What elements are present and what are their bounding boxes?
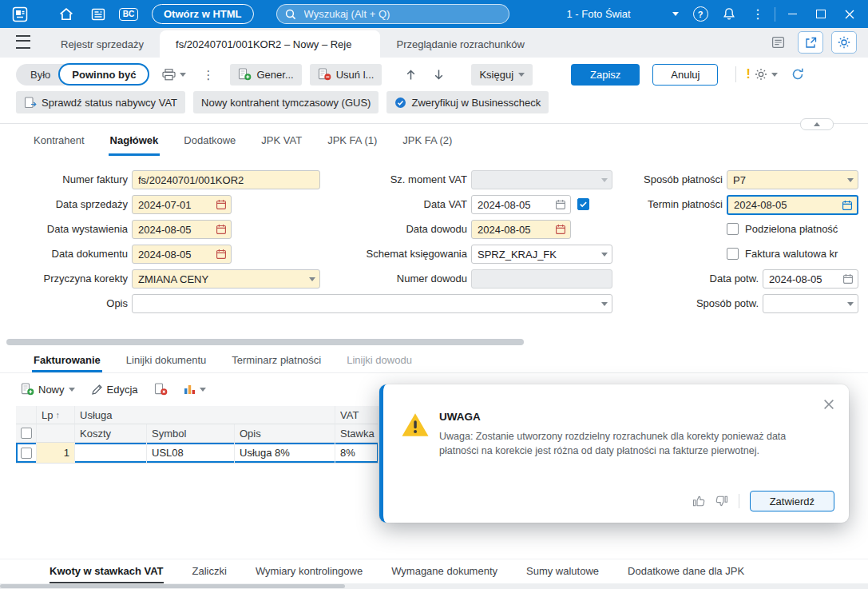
horizontal-scrollbar[interactable] — [6, 339, 524, 345]
search-input[interactable] — [303, 7, 501, 21]
calendar-icon[interactable] — [555, 199, 566, 210]
calendar-icon[interactable] — [216, 249, 227, 260]
zatwierdz-button[interactable]: Zatwierdź — [750, 491, 834, 511]
toolbar-overflow-icon[interactable]: ⋮ — [202, 69, 214, 81]
column-group-vat[interactable]: VAT — [335, 406, 379, 424]
zapisz-button[interactable]: Zapisz — [571, 64, 640, 86]
data-wystawienia-field[interactable] — [132, 220, 232, 239]
news-icon[interactable] — [86, 2, 110, 26]
warnings-settings-button[interactable]: ! — [746, 68, 777, 81]
tab-jpk-fa-2[interactable]: JPK FA (2) — [401, 126, 454, 156]
company-selector[interactable]: 1 - Foto Świat — [567, 8, 679, 20]
column-header-koszty[interactable]: Koszty — [75, 424, 147, 443]
panel-list-icon[interactable] — [766, 30, 790, 54]
tab-sumy-walutowe[interactable]: Sumy walutowe — [526, 559, 599, 584]
bottom-scrollbar-track[interactable] — [0, 583, 868, 589]
tab-kwoty-w-stawkach-vat[interactable]: Kwoty w stawkach VAT — [50, 559, 164, 584]
sposob-potw-dropdown[interactable] — [763, 294, 858, 313]
calendar-icon[interactable] — [216, 224, 227, 235]
thumbs-down-button[interactable] — [715, 495, 728, 507]
column-header-stawka[interactable]: Stawka — [335, 424, 379, 443]
tab-naglowek[interactable]: Nagłówek — [109, 126, 161, 156]
calendar-icon[interactable] — [555, 224, 566, 235]
tab-linijki-dokumentu[interactable]: Linijki dokumentu — [125, 349, 208, 372]
notifications-bell-icon[interactable] — [717, 2, 741, 26]
calendar-icon[interactable] — [216, 199, 227, 210]
bc-app-icon[interactable]: BC — [117, 2, 141, 26]
home-icon[interactable] — [54, 2, 78, 26]
window-maximize-button[interactable] — [809, 2, 833, 26]
print-button[interactable] — [162, 69, 186, 81]
tab-fakturowanie[interactable]: Fakturowanie — [32, 349, 102, 372]
global-search[interactable] — [276, 4, 509, 24]
more-menu-icon[interactable]: ⋮ — [746, 2, 770, 26]
tab-rejestr-sprzedazy[interactable]: Rejestr sprzedaży — [45, 30, 160, 58]
opis-field[interactable] — [132, 294, 612, 313]
usun-button[interactable]: Usuń l... — [310, 64, 382, 86]
tab-zaliczki[interactable]: Zaliczki — [192, 559, 227, 584]
powinno-byc-button[interactable]: Powinno być — [58, 63, 149, 86]
data-dokumentu-field[interactable] — [132, 245, 232, 264]
data-potw-field[interactable] — [763, 269, 858, 289]
share-button[interactable] — [798, 31, 823, 54]
help-icon[interactable]: ? — [688, 2, 712, 26]
anuluj-button[interactable]: Anuluj — [652, 64, 718, 86]
open-in-html-button[interactable]: Otwórz w HTML — [152, 4, 254, 24]
bottom-scrollbar-handle[interactable] — [0, 584, 345, 588]
tab-linijki-dowodu[interactable]: Linijki dowodu — [345, 349, 414, 372]
chart-view-button[interactable] — [184, 384, 206, 395]
row-select-cell[interactable] — [16, 443, 37, 463]
data-vat-field[interactable] — [471, 195, 571, 214]
tab-wymiary-kontrolingowe[interactable]: Wymiary kontrolingowe — [256, 559, 363, 584]
nowy-button[interactable]: Nowy — [21, 383, 75, 396]
collapse-header-button[interactable] — [800, 118, 834, 130]
edycja-button[interactable]: Edycja — [91, 384, 138, 396]
tab-wymagane-dokumenty[interactable]: Wymagane dokumenty — [391, 559, 497, 584]
podzielona-platnosc-checkbox[interactable] — [727, 223, 739, 235]
window-close-button[interactable] — [838, 2, 862, 26]
tab-terminarz-platnosci[interactable]: Terminarz płatności — [230, 349, 323, 372]
przyczyna-korekty-dropdown[interactable] — [132, 269, 320, 289]
personalization-button[interactable] — [831, 31, 857, 54]
dialog-close-button[interactable] — [823, 399, 834, 410]
tab-jpk-vat[interactable]: JPK VAT — [260, 126, 303, 156]
select-all-checkbox[interactable] — [21, 428, 32, 439]
termin-platnosci-field[interactable] — [727, 195, 858, 215]
generuj-button[interactable]: Gener... — [230, 64, 301, 86]
move-up-button[interactable] — [406, 69, 416, 81]
tab-kontrahent[interactable]: Kontrahent — [32, 126, 86, 156]
column-header-opis[interactable]: Opis — [235, 424, 335, 443]
ksieguj-button[interactable]: Księguj — [471, 64, 533, 86]
schemat-ksiegowania-dropdown[interactable] — [471, 245, 612, 264]
numer-faktury-field[interactable] — [132, 170, 320, 189]
main-menu-icon[interactable] — [16, 35, 30, 49]
tab-przegladanie-rozrachunkow[interactable]: Przeglądanie rozrachunków — [380, 30, 540, 58]
faktura-walutowa-checkbox[interactable] — [727, 248, 739, 260]
bylo-button[interactable]: Było — [16, 64, 65, 86]
thumbs-up-button[interactable] — [692, 495, 705, 507]
data-dowodu-field[interactable] — [471, 220, 571, 239]
data-sprzedazy-field[interactable] — [132, 195, 232, 214]
delete-row-button[interactable] — [154, 383, 168, 396]
tab-dodatkowe-dane-jpk[interactable]: Dodatkowe dane dla JPK — [628, 559, 744, 584]
move-down-button[interactable] — [434, 69, 444, 81]
sposob-platnosci-dropdown[interactable] — [727, 170, 858, 189]
column-header-symbol[interactable]: Symbol — [147, 424, 235, 443]
tab-dodatkowe[interactable]: Dodatkowe — [182, 126, 237, 156]
zweryfikuj-businesscheck-button[interactable]: Zweryfikuj w Businesscheck — [386, 91, 549, 113]
tab-jpk-fa-1[interactable]: JPK FA (1) — [326, 126, 379, 156]
data-vat-checkbox[interactable] — [577, 198, 589, 210]
select-all-cell[interactable] — [16, 424, 37, 443]
column-group-usluga[interactable]: Usługa — [75, 406, 335, 424]
nowy-kontrahent-gus-button[interactable]: Nowy kontrahent tymczasowy (GUS) — [193, 91, 379, 113]
app-logo-icon[interactable] — [8, 2, 32, 26]
calendar-icon[interactable] — [842, 273, 854, 285]
sprawdz-status-vat-button[interactable]: Sprawdź status nabywcy VAT — [16, 91, 185, 113]
row-checkbox[interactable] — [21, 448, 32, 459]
calendar-icon[interactable] — [842, 200, 853, 211]
window-minimize-button[interactable] — [780, 2, 804, 26]
refresh-button[interactable] — [791, 67, 805, 82]
table-row-selected[interactable]: 1 USL08 Usługa 8% 8% — [16, 443, 379, 464]
column-header-lp[interactable]: Lp ↑ — [37, 406, 75, 424]
tab-document-active[interactable]: fs/20240701/001KOR2 – Nowy – Reje — [160, 30, 380, 58]
